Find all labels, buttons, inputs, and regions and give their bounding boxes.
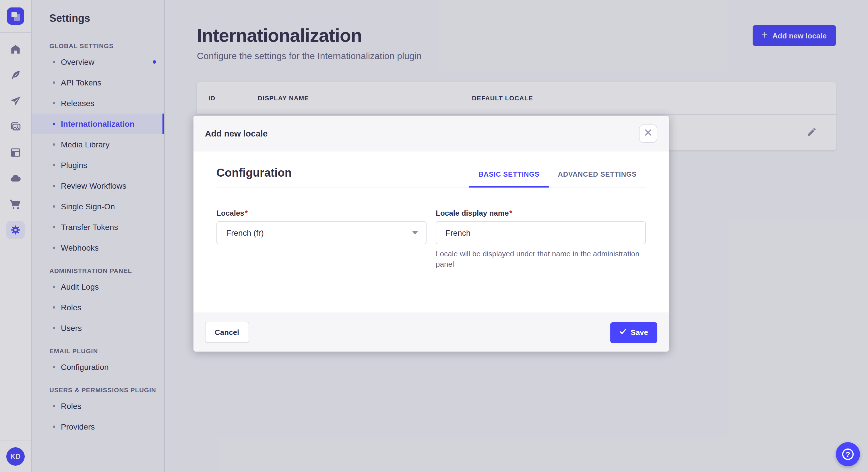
required-asterisk: *: [509, 209, 512, 217]
tab-advanced-settings[interactable]: ADVANCED SETTINGS: [549, 170, 646, 188]
check-icon: [619, 328, 626, 337]
display-name-input[interactable]: [436, 222, 646, 244]
settings-tabs: BASIC SETTINGS ADVANCED SETTINGS: [469, 170, 646, 188]
locales-select[interactable]: French (fr): [216, 222, 427, 244]
display-name-hint: Locale will be displayed under that name…: [436, 249, 646, 269]
configuration-header-row: Configuration BASIC SETTINGS ADVANCED SE…: [216, 166, 646, 188]
display-name-label: Locale display name*: [436, 209, 646, 217]
close-x-icon: [645, 129, 652, 138]
display-name-field: Locale display name* Locale will be disp…: [436, 209, 646, 269]
modal-footer: Cancel Save: [193, 312, 669, 351]
tab-basic-settings[interactable]: BASIC SETTINGS: [469, 170, 549, 188]
locales-field: Locales* French (fr): [216, 209, 427, 269]
strapi-settings-app: KD Settings GLOBAL SETTINGS Overview API…: [0, 0, 868, 472]
question-mark-icon: ?: [842, 448, 854, 460]
required-asterisk: *: [245, 209, 248, 217]
locales-label: Locales*: [216, 209, 427, 217]
help-button[interactable]: ?: [836, 442, 860, 466]
locales-select-value: French (fr): [226, 228, 264, 237]
add-new-locale-modal: Add new locale Configuration BASIC SETTI…: [193, 116, 669, 351]
configuration-title: Configuration: [216, 166, 291, 179]
save-button[interactable]: Save: [610, 322, 657, 343]
modal-title: Add new locale: [205, 129, 268, 138]
modal-close-button[interactable]: [639, 124, 657, 142]
chevron-down-icon: [412, 231, 418, 235]
modal-body: Configuration BASIC SETTINGS ADVANCED SE…: [193, 151, 669, 312]
modal-header: Add new locale: [193, 116, 669, 151]
locale-form-row: Locales* French (fr) Locale display name…: [216, 209, 646, 269]
cancel-button[interactable]: Cancel: [205, 322, 249, 343]
